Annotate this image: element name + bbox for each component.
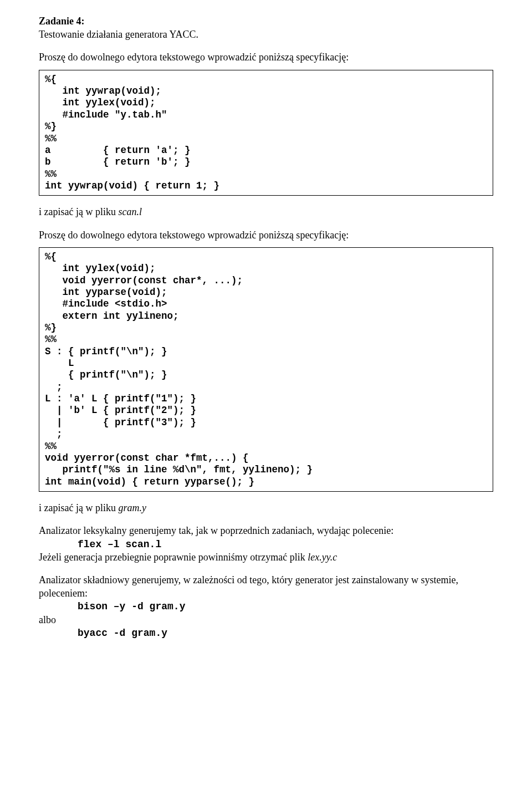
- parser-command-1: bison –y -d gram.y: [39, 600, 185, 613]
- albo-label: albo: [39, 614, 56, 625]
- code-block-1: %{ int yywrap(void); int yylex(void); #i…: [39, 70, 493, 196]
- lexer-intro: Analizator leksykalny generujemy tak, ja…: [39, 525, 393, 536]
- lexer-section: Analizator leksykalny generujemy tak, ja…: [39, 524, 493, 564]
- lexer-after-a: Jeżeli generacja przebiegnie poprawnie p…: [39, 552, 308, 563]
- task-subtitle: Testowanie działania generatora YACC.: [39, 28, 493, 41]
- lexer-after-b: lex.yy.c: [308, 552, 337, 563]
- parser-command-2: byacc -d gram.y: [39, 627, 167, 640]
- parser-intro: Analizator składniowy generujemy, w zale…: [39, 574, 458, 598]
- document-page: Zadanie 4: Testowanie działania generato…: [0, 0, 532, 662]
- save-note-1-text: i zapisać ją w pliku: [39, 206, 118, 217]
- save-note-2-text: i zapisać ją w pliku: [39, 502, 118, 513]
- intro-1: Proszę do dowolnego edytora tekstowego w…: [39, 51, 493, 64]
- task-heading: Zadanie 4:: [39, 16, 493, 27]
- save-note-1: i zapisać ją w pliku scan.l: [39, 206, 493, 218]
- save-note-2: i zapisać ją w pliku gram.y: [39, 502, 493, 514]
- intro-2: Proszę do dowolnego edytora tekstowego w…: [39, 229, 493, 242]
- lexer-command: flex –l scan.l: [39, 538, 161, 551]
- save-note-1-file: scan.l: [118, 206, 142, 217]
- code-block-2: %{ int yylex(void); void yyerror(const c…: [39, 247, 493, 492]
- parser-section: Analizator składniowy generujemy, w zale…: [39, 574, 493, 640]
- save-note-2-file: gram.y: [118, 502, 146, 513]
